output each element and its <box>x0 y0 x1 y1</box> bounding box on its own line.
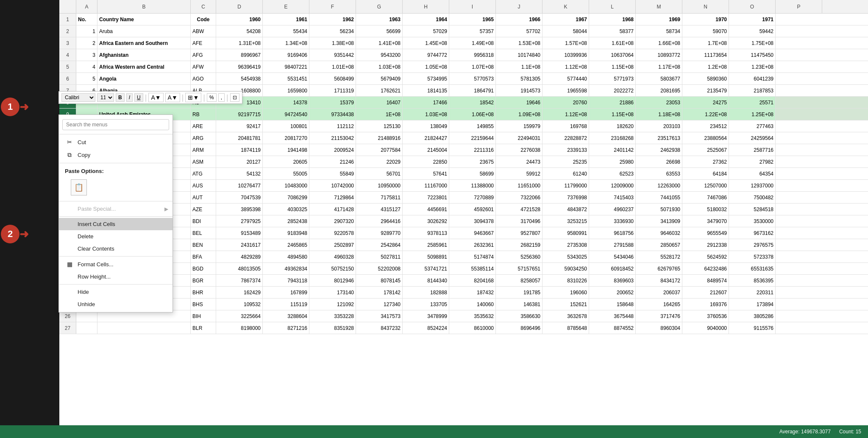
cell-g24[interactable]: 178142 <box>356 287 403 298</box>
cell-f14[interactable]: 55849 <box>309 168 356 179</box>
cell-h1[interactable]: 1964 <box>403 14 449 25</box>
cell-i16[interactable]: 7270889 <box>449 192 496 203</box>
cell-d22[interactable]: 48013505 <box>216 263 263 274</box>
cell-b2[interactable]: Aruba <box>97 25 191 37</box>
cell-b6[interactable]: Angola <box>97 73 191 84</box>
cell-d18[interactable]: 2797925 <box>216 215 263 227</box>
cell-m6[interactable]: 5803677 <box>636 73 682 84</box>
paste-special-menu-item[interactable]: Paste Special... ▶ <box>59 203 172 215</box>
cell-l11[interactable]: 23168268 <box>589 132 636 144</box>
cell-n23[interactable]: 8489574 <box>682 275 729 286</box>
cell-e4[interactable]: 9169406 <box>263 49 309 61</box>
cell-l19[interactable]: 9618756 <box>589 227 636 239</box>
cell-i17[interactable]: 4592601 <box>449 204 496 215</box>
cell-m20[interactable]: 2850657 <box>636 239 682 251</box>
cell-c5[interactable]: AFW <box>191 61 216 73</box>
cell-j14[interactable]: 59912 <box>496 168 542 179</box>
cell-d27[interactable]: 8198000 <box>216 322 263 334</box>
cell-c1[interactable]: Code <box>191 14 216 25</box>
cell-d26[interactable]: 3225664 <box>216 310 263 322</box>
cell-k12[interactable]: 2339133 <box>542 144 589 156</box>
cell-m14[interactable]: 63553 <box>636 168 682 179</box>
cell-g10[interactable]: 125130 <box>356 120 403 132</box>
menu-search-input[interactable] <box>62 119 169 130</box>
cell-f13[interactable]: 21246 <box>309 156 356 167</box>
cell-n20[interactable]: 2912338 <box>682 239 729 251</box>
border-btn[interactable]: ⊞▼ <box>185 93 201 102</box>
cell-n17[interactable]: 5180032 <box>682 204 729 215</box>
cell-g12[interactable]: 2077584 <box>356 144 403 156</box>
cell-h12[interactable]: 2145004 <box>403 144 449 156</box>
cell-g5[interactable]: 1.03E+08 <box>356 61 403 73</box>
cell-e17[interactable]: 4030325 <box>263 204 309 215</box>
cell-d5[interactable]: 96396419 <box>216 61 263 73</box>
cell-l1[interactable]: 1968 <box>589 14 636 25</box>
cell-n26[interactable]: 3760536 <box>682 310 729 322</box>
col-header-f[interactable]: F <box>309 0 356 13</box>
cell-i1[interactable]: 1965 <box>449 14 496 25</box>
cell-k25[interactable]: 152621 <box>542 299 589 310</box>
italic-button[interactable]: I <box>126 93 133 102</box>
col-header-a[interactable]: A <box>76 0 97 13</box>
cell-e23[interactable]: 7943118 <box>263 275 309 286</box>
cell-g4[interactable]: 9543200 <box>356 49 403 61</box>
cell-n21[interactable]: 5624592 <box>682 251 729 262</box>
cell-f20[interactable]: 2502897 <box>309 239 356 251</box>
cell-m12[interactable]: 2462938 <box>636 144 682 156</box>
row-height-menu-item[interactable]: Row Height... <box>59 271 172 283</box>
cell-j17[interactable]: 4721528 <box>496 204 542 215</box>
cell-j9[interactable]: 1.09E+08 <box>496 109 542 120</box>
cell-e27[interactable]: 8271216 <box>263 322 309 334</box>
cell-i3[interactable]: 1.49E+08 <box>449 37 496 49</box>
cell-l21[interactable]: 5434046 <box>589 251 636 262</box>
comma-btn[interactable]: , <box>218 93 225 102</box>
cell-h14[interactable]: 57641 <box>403 168 449 179</box>
cell-i7[interactable]: 1864791 <box>449 85 496 96</box>
cell-h16[interactable]: 7223801 <box>403 192 449 203</box>
cell-n4[interactable]: 11173654 <box>682 49 729 61</box>
cell-l24[interactable]: 200652 <box>589 287 636 298</box>
cell-j25[interactable]: 146381 <box>496 299 542 310</box>
cell-l3[interactable]: 1.61E+08 <box>589 37 636 49</box>
hide-menu-item[interactable]: Hide <box>59 286 172 298</box>
cell-d21[interactable]: 4829289 <box>216 251 263 262</box>
cell-j8[interactable]: 19646 <box>496 97 542 108</box>
cell-n24[interactable]: 212607 <box>682 287 729 298</box>
cell-l16[interactable]: 7415403 <box>589 192 636 203</box>
cell-n11[interactable]: 23880564 <box>682 132 729 144</box>
cell-h21[interactable]: 5098891 <box>403 251 449 262</box>
font-size-select[interactable]: 11 <box>97 93 114 102</box>
cell-g19[interactable]: 9289770 <box>356 227 403 239</box>
cell-n22[interactable]: 64232486 <box>682 263 729 274</box>
cell-k15[interactable]: 11799000 <box>542 180 589 191</box>
cell-m9[interactable]: 1.18E+08 <box>636 109 682 120</box>
cell-c10[interactable]: ARE <box>191 120 216 132</box>
cell-f23[interactable]: 8012946 <box>309 275 356 286</box>
cell-k18[interactable]: 3253215 <box>542 215 589 227</box>
insert-cut-cells-menu-item[interactable]: Insert Cut Cells <box>59 218 172 230</box>
cell-g18[interactable]: 2964416 <box>356 215 403 227</box>
cell-c26[interactable]: BIH <box>191 310 216 322</box>
cell-c14[interactable]: ATG <box>191 168 216 179</box>
cell-e7[interactable]: 1659800 <box>263 85 309 96</box>
cell-o3[interactable]: 1.75E+08 <box>729 37 776 49</box>
cell-g16[interactable]: 7175811 <box>356 192 403 203</box>
cell-n14[interactable]: 64184 <box>682 168 729 179</box>
cell-m18[interactable]: 3413909 <box>636 215 682 227</box>
cell-l12[interactable]: 2401142 <box>589 144 636 156</box>
bold-button[interactable]: B <box>116 93 125 102</box>
cell-o15[interactable]: 12937000 <box>729 180 776 191</box>
cell-m19[interactable]: 9646032 <box>636 227 682 239</box>
cell-d12[interactable]: 1874119 <box>216 144 263 156</box>
cell-f25[interactable]: 121092 <box>309 299 356 310</box>
cell-e8[interactable]: 14378 <box>263 97 309 108</box>
cell-k11[interactable]: 22828872 <box>542 132 589 144</box>
cell-m21[interactable]: 5528172 <box>636 251 682 262</box>
col-header-d[interactable]: D <box>216 0 263 13</box>
font-color-btn[interactable]: A▼ <box>148 93 163 102</box>
cell-k23[interactable]: 8310226 <box>542 275 589 286</box>
cell-n12[interactable]: 2525067 <box>682 144 729 156</box>
cell-g8[interactable]: 16407 <box>356 97 403 108</box>
cell-n15[interactable]: 12507000 <box>682 180 729 191</box>
cell-n1[interactable]: 1970 <box>682 14 729 25</box>
